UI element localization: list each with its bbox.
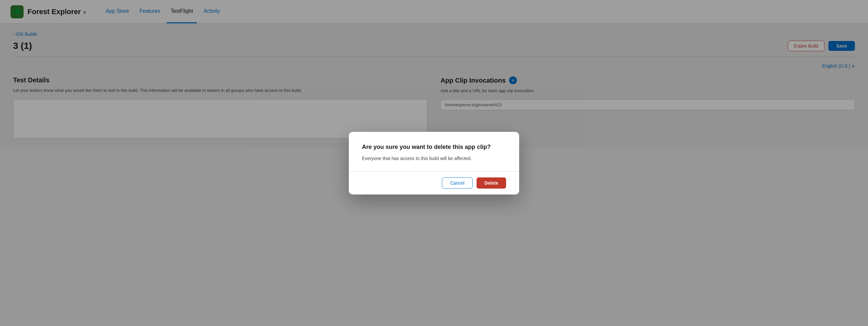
dialog-actions: Cancel Delete — [362, 171, 506, 194]
modal-overlay: Are you sure you want to delete this app… — [0, 0, 868, 326]
dialog-body: Everyone that has access to this build w… — [362, 155, 506, 162]
delete-dialog: Are you sure you want to delete this app… — [349, 132, 519, 194]
dialog-title: Are you sure you want to delete this app… — [362, 144, 506, 151]
delete-button[interactable]: Delete — [476, 178, 506, 189]
cancel-button[interactable]: Cancel — [442, 178, 473, 189]
